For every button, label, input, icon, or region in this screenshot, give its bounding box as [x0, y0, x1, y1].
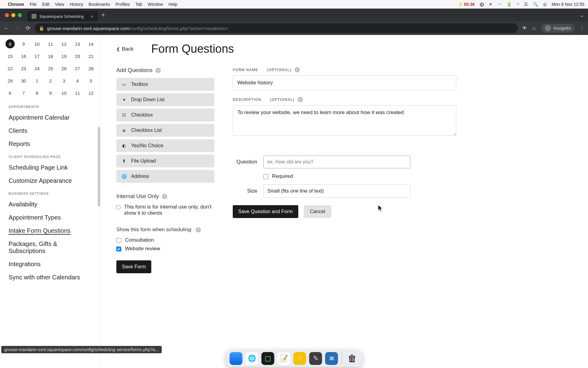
calendar-day[interactable]: 12 [59, 39, 69, 48]
calendar-day[interactable]: 12 [86, 88, 96, 98]
calendar-day[interactable]: 5 [86, 76, 96, 85]
calendar-day[interactable]: 14 [86, 39, 96, 48]
sidebar-item[interactable]: Appointment Types [0, 211, 101, 224]
incognito-eye-icon[interactable]: 👁 [522, 25, 527, 31]
back-button[interactable]: ❮ Back [116, 46, 134, 52]
nav-back-icon[interactable]: ← [4, 25, 9, 32]
calendar-day[interactable]: 3 [59, 76, 69, 85]
calendar-day[interactable]: 26 [59, 64, 69, 73]
dock-textedit-icon[interactable]: ✎ [309, 352, 322, 365]
question-type-button[interactable]: 🌐Address [116, 170, 214, 183]
battery-status[interactable]: ⚡00:36 [458, 2, 475, 7]
help-icon[interactable]: ? [162, 194, 167, 199]
calendar-day[interactable]: 30 [19, 76, 28, 85]
dock-vscode-icon[interactable]: ≋ [325, 352, 338, 365]
question-type-button[interactable]: ≣Checkbox List [116, 124, 214, 137]
tab-close-icon[interactable]: × [91, 14, 93, 19]
calendar-day[interactable]: 2 [46, 76, 55, 85]
calendar-day[interactable]: 10 [59, 88, 69, 98]
dock-chrome-icon[interactable]: 🌐 [246, 352, 258, 365]
chrome-menu-icon[interactable]: ⋮ [579, 25, 584, 31]
question-type-button[interactable]: ▭Textbox [116, 78, 214, 91]
window-minimize-button[interactable] [11, 13, 15, 17]
spotlight-icon[interactable]: 🔍 [533, 2, 538, 7]
menu-profiles[interactable]: Profiles [115, 2, 130, 7]
form-name-input[interactable] [233, 75, 456, 90]
mini-calendar[interactable]: 8910111213141516171819202122232425262728… [0, 37, 101, 101]
dock-notes-icon[interactable]: 📝 [277, 352, 290, 365]
help-icon[interactable]: ? [156, 68, 161, 73]
sidebar-item[interactable]: Integrations [0, 258, 101, 271]
schedule-option-checkbox[interactable] [116, 247, 121, 251]
question-type-button[interactable]: ☑Checkbox [116, 109, 214, 121]
calendar-day[interactable]: 15 [6, 52, 15, 61]
menu-tab[interactable]: Tab [135, 2, 142, 7]
dock-trash-icon[interactable]: 🗑 [346, 352, 359, 365]
menu-view[interactable]: View [55, 2, 64, 7]
calendar-day[interactable]: 19 [59, 52, 69, 61]
bookmark-star-icon[interactable]: ☆ [532, 25, 536, 31]
browser-tab[interactable]: Squarespace Scheduling × [27, 11, 98, 21]
calendar-day[interactable]: 21 [86, 52, 96, 61]
required-checkbox[interactable] [263, 174, 268, 179]
calendar-day[interactable]: 11 [73, 88, 82, 98]
schedule-option-row[interactable]: Website review [116, 246, 214, 252]
statusbar-icon[interactable]: ⋯ [497, 2, 502, 7]
schedule-option-checkbox[interactable] [116, 238, 121, 243]
cancel-button[interactable]: Cancel [304, 205, 331, 218]
calendar-day[interactable]: 25 [46, 64, 55, 73]
question-type-button[interactable]: ◐Yes/No Choice [116, 139, 214, 152]
calendar-day[interactable]: 1 [32, 76, 42, 85]
help-icon[interactable]: ? [298, 97, 303, 102]
question-input[interactable] [263, 155, 410, 168]
calendar-day[interactable]: 24 [32, 64, 42, 73]
sidebar-item[interactable]: Customize Appearance [0, 174, 101, 187]
menu-edit[interactable]: Edit [42, 2, 49, 7]
calendar-day[interactable]: 23 [19, 64, 28, 73]
sidebar-item[interactable]: Scheduling Page Link [0, 161, 101, 174]
size-select[interactable]: Small (fits one line of text) [263, 184, 410, 198]
calendar-day[interactable]: 13 [73, 39, 82, 48]
new-tab-button[interactable]: + [101, 12, 105, 19]
internal-use-checkbox[interactable] [116, 205, 120, 210]
sidebar-scrollbar[interactable] [98, 127, 100, 207]
dock-terminal-icon[interactable]: ▢ [262, 352, 274, 365]
calendar-day[interactable]: 10 [32, 39, 42, 48]
save-form-button[interactable]: Save Form [116, 260, 151, 273]
internal-use-checkbox-row[interactable]: This form is for internal use only, don'… [116, 204, 214, 216]
calendar-day[interactable]: 9 [19, 39, 28, 48]
sidebar-item[interactable]: Sync with other Calendars [0, 271, 101, 284]
sidebar-item[interactable]: Appointment Calendar [0, 111, 101, 124]
statusbar-icon[interactable]: ✕ [489, 2, 492, 7]
window-close-button[interactable] [5, 13, 9, 17]
menu-history[interactable]: History [70, 2, 83, 7]
schedule-option-row[interactable]: Consultation [116, 237, 214, 243]
menubar-app-name[interactable]: Chrome [8, 2, 24, 7]
question-type-button[interactable]: ⬆File Upload [116, 155, 214, 167]
wifi-icon[interactable]: ⌔ [517, 2, 519, 7]
save-question-button[interactable]: Save Question and Form [233, 205, 298, 218]
calendar-day[interactable]: 22 [6, 64, 15, 73]
calendar-day[interactable]: 9 [46, 88, 55, 98]
window-maximize-button[interactable] [18, 13, 22, 17]
calendar-day[interactable]: 7 [19, 88, 28, 98]
battery-icon[interactable]: 🔋 [507, 2, 512, 7]
incognito-badge[interactable]: Incognito [541, 24, 575, 33]
calendar-day[interactable]: 8 [6, 39, 15, 48]
description-input[interactable] [233, 105, 456, 136]
dock-app-icon[interactable]: ⚡ [293, 352, 306, 365]
statusbar-icon[interactable]: ⏻ [480, 2, 484, 7]
siri-icon[interactable]: ◎ [543, 2, 547, 7]
required-checkbox-row[interactable]: Required [263, 173, 456, 179]
menubar-clock[interactable]: Mon 8 Nov 12:55 [552, 2, 584, 7]
calendar-day[interactable]: 20 [73, 52, 82, 61]
sidebar-item[interactable]: Packages, Gifts & Subscriptions [0, 237, 101, 258]
nav-reload-icon[interactable]: ⟳ [26, 25, 30, 32]
calendar-day[interactable]: 4 [73, 76, 82, 85]
question-type-button[interactable]: ▾Drop Down List [116, 93, 214, 106]
sidebar-item[interactable]: Reports [0, 137, 101, 151]
tabs-overflow-icon[interactable]: ⌄ [580, 12, 584, 18]
control-center-icon[interactable]: ☰ [524, 2, 528, 7]
calendar-day[interactable]: 18 [46, 52, 55, 61]
menu-help[interactable]: Help [168, 2, 177, 7]
